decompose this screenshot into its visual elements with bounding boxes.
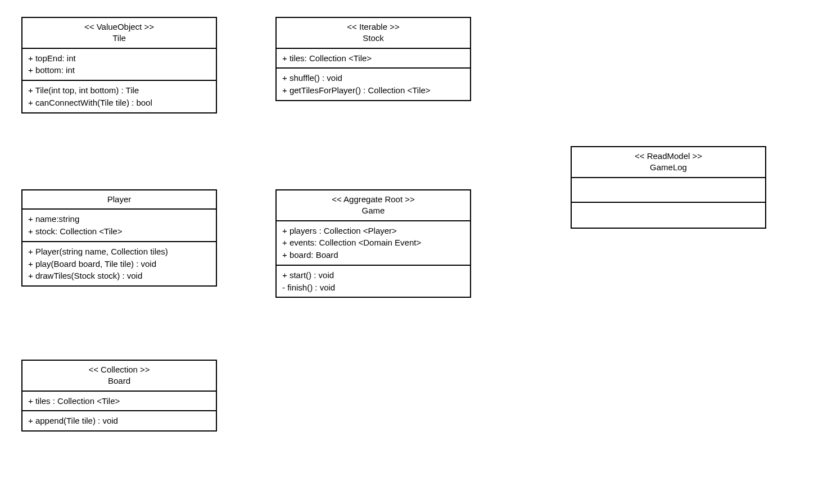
operations-section: + append(Tile tile) : void [22,411,216,430]
uml-class-tile: << ValueObject >> Tile + topEnd: int + b… [21,17,217,113]
attribute-line: + topEnd: int [28,52,210,65]
operations-section: + shuffle() : void + getTilesForPlayer()… [277,69,470,100]
attributes-section: + tiles: Collection <Tile> [277,49,470,69]
operation-line: + drawTiles(Stock stock) : void [28,270,210,282]
operation-line: + getTilesForPlayer() : Collection <Tile… [282,84,464,97]
attribute-line: + events: Collection <Domain Event> [282,237,464,249]
operations-section: + Tile(int top, int bottom) : Tile + can… [22,81,216,112]
operation-line: + shuffle() : void [282,72,464,84]
attributes-section [572,178,765,203]
class-name: Player [28,194,210,205]
stereotype-label: << Aggregate Root >> [282,194,464,205]
attributes-section: + tiles : Collection <Tile> [22,392,216,412]
attributes-section: + players : Collection <Player> + events… [277,221,470,266]
attribute-line: + bottom: int [28,64,210,76]
operation-line: + Player(string name, Collection tiles) [28,246,210,258]
attribute-line: + board: Board [282,249,464,261]
operations-section [572,203,765,228]
uml-class-gamelog: << ReadModel >> GameLog [571,146,766,229]
attributes-section: + name:string + stock: Collection <Tile> [22,210,216,242]
class-name: Game [282,205,464,216]
attribute-line: + tiles : Collection <Tile> [28,395,210,407]
uml-class-stock: << Iterable >> Stock + tiles: Collection… [275,17,471,101]
attribute-line: + players : Collection <Player> [282,225,464,237]
attribute-line: + tiles: Collection <Tile> [282,52,464,65]
operation-line: - finish() : void [282,281,464,294]
class-header: << Iterable >> Stock [277,18,470,49]
attributes-section: + topEnd: int + bottom: int [22,49,216,81]
class-name: Board [28,375,210,387]
attribute-line: + name:string [28,213,210,225]
stereotype-label: << ReadModel >> [577,151,759,162]
operation-line: + append(Tile tile) : void [28,415,210,427]
class-name: GameLog [577,162,759,173]
class-name: Tile [28,33,210,44]
operations-section: + Player(string name, Collection tiles) … [22,242,216,285]
uml-class-player: Player + name:string + stock: Collection… [21,189,217,287]
class-header: << Aggregate Root >> Game [277,190,470,221]
operation-line: + play(Board board, Tile tile) : void [28,258,210,270]
class-header: Player [22,190,216,210]
operation-line: + canConnectWith(Tile tile) : bool [28,97,210,109]
class-name: Stock [282,33,464,44]
operation-line: + Tile(int top, int bottom) : Tile [28,84,210,97]
attribute-line: + stock: Collection <Tile> [28,225,210,238]
class-header: << ReadModel >> GameLog [572,147,765,178]
uml-class-board: << Collection >> Board + tiles : Collect… [21,360,217,432]
stereotype-label: << Iterable >> [282,21,464,33]
stereotype-label: << Collection >> [28,364,210,375]
stereotype-label: << ValueObject >> [28,21,210,33]
uml-class-game: << Aggregate Root >> Game + players : Co… [275,189,471,298]
operation-line: + start() : void [282,269,464,281]
operations-section: + start() : void - finish() : void [277,266,470,297]
class-header: << ValueObject >> Tile [22,18,216,49]
class-header: << Collection >> Board [22,361,216,392]
